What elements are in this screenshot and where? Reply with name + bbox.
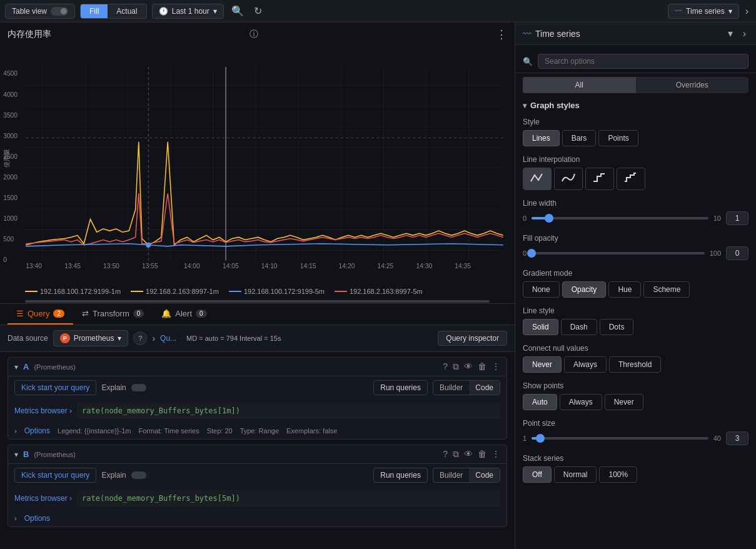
style-bars-button[interactable]: Bars — [562, 130, 597, 146]
expand-icon[interactable]: › — [152, 333, 155, 343]
point-size-track[interactable] — [532, 437, 708, 440]
line-width-value[interactable]: 1 — [726, 211, 748, 225]
query-b-actions: Kick start your query Explain Run querie… — [8, 464, 507, 486]
explain-a-toggle[interactable] — [131, 384, 146, 391]
fill-opacity-thumb[interactable] — [527, 249, 536, 258]
code-a-button[interactable]: Code — [469, 381, 500, 395]
points-never-button[interactable]: Never — [605, 394, 643, 410]
explain-b-toggle[interactable] — [131, 471, 146, 479]
top-bar-right: 〰 Time series ▾ › — [668, 4, 751, 19]
kick-start-b-button[interactable]: Kick start your query — [14, 468, 96, 483]
svg-text:1500: 1500 — [3, 194, 18, 201]
graph-styles-header[interactable]: ▾ Graph styles — [515, 97, 756, 114]
run-queries-b-button[interactable]: Run queries — [373, 468, 428, 483]
query-b-options-expand[interactable]: › — [14, 515, 17, 522]
query-b-options-label[interactable]: Options — [24, 514, 50, 523]
query-a-help-icon[interactable]: ? — [443, 361, 448, 372]
line-width-prop: Line width 0 10 1 — [523, 199, 748, 225]
points-always-button[interactable]: Always — [560, 394, 602, 410]
query-a-options-label[interactable]: Options — [24, 426, 50, 435]
query-a-input[interactable] — [77, 403, 500, 419]
search-options-input[interactable] — [538, 54, 748, 69]
series-panel-selector[interactable]: 〰 Time series ▾ — [668, 4, 739, 19]
metrics-browser-b-arrow: › — [69, 494, 72, 503]
series-panel-expand[interactable]: › — [743, 4, 751, 19]
query-a-delete-icon[interactable]: 🗑 — [478, 361, 486, 372]
query-b-copy-icon[interactable]: ⧉ — [453, 449, 459, 460]
gradient-scheme-button[interactable]: Scheme — [643, 281, 690, 298]
interp-step1-button[interactable] — [585, 168, 614, 190]
builder-b-button[interactable]: Builder — [433, 468, 469, 482]
query-a-copy-icon[interactable]: ⧉ — [453, 361, 459, 372]
query-a-more-icon[interactable]: ⋮ — [491, 361, 500, 372]
fill-opacity-track[interactable] — [532, 252, 705, 254]
query-a-options-expand[interactable]: › — [14, 427, 17, 435]
more-icon[interactable]: ⋮ — [496, 28, 507, 41]
zoom-out-button[interactable]: 🔍 — [229, 4, 246, 19]
metrics-browser-b-link[interactable]: Metrics browser › — [14, 494, 72, 503]
legend-line-1 — [25, 291, 38, 292]
builder-code-a-group: Builder Code — [433, 380, 500, 395]
tab-alert[interactable]: 🔔 Alert 0 — [153, 304, 215, 325]
query-a-exemplars: Exemplars: false — [286, 427, 337, 435]
datasource-select[interactable]: P Prometheus ▾ — [53, 330, 129, 346]
query-inspector-button[interactable]: Query inspector — [438, 331, 507, 346]
chart-scrollbar[interactable] — [25, 300, 490, 303]
query-b-delete-icon[interactable]: 🗑 — [478, 449, 486, 460]
gradient-hue-button[interactable]: Hue — [608, 281, 641, 298]
line-solid-button[interactable]: Solid — [523, 319, 558, 335]
run-queries-a-button[interactable]: Run queries — [373, 380, 428, 395]
query-b-collapse[interactable]: ▾ — [14, 450, 18, 459]
query-b-input[interactable] — [77, 490, 500, 506]
connect-never-button[interactable]: Never — [523, 356, 562, 373]
svg-text:3500: 3500 — [3, 112, 18, 119]
builder-a-button[interactable]: Builder — [433, 381, 469, 395]
table-view-toggle[interactable]: Table view — [5, 4, 75, 19]
connect-threshold-button[interactable]: Threshold — [609, 356, 661, 373]
line-dash-button[interactable]: Dash — [561, 319, 597, 335]
stack-off-button[interactable]: Off — [523, 466, 552, 483]
line-width-track[interactable] — [532, 217, 708, 219]
actual-button[interactable]: Actual — [108, 4, 146, 18]
panel-arrow-button[interactable]: › — [740, 26, 748, 41]
stack-normal-button[interactable]: Normal — [554, 466, 597, 483]
query-b-more-icon[interactable]: ⋮ — [491, 449, 500, 460]
info-icon[interactable]: ⓘ — [249, 29, 258, 40]
line-dots-button[interactable]: Dots — [600, 319, 634, 335]
query-abbr[interactable]: Qu... — [160, 334, 176, 343]
refresh-button[interactable]: ↻ — [251, 4, 265, 19]
line-width-thumb[interactable] — [545, 214, 553, 223]
code-b-button[interactable]: Code — [469, 468, 500, 482]
time-range-button[interactable]: 🕐 Last 1 hour ▾ — [152, 4, 224, 19]
kick-start-a-button[interactable]: Kick start your query — [14, 380, 96, 395]
table-view-pill[interactable] — [51, 7, 68, 16]
interp-linear-button[interactable] — [523, 168, 552, 190]
tab-transform[interactable]: ⇄ Transform 0 — [73, 304, 153, 325]
point-size-value[interactable]: 3 — [726, 431, 748, 445]
metrics-browser-a-link[interactable]: Metrics browser › — [14, 406, 72, 415]
query-a-collapse[interactable]: ▾ — [14, 363, 18, 371]
help-button[interactable]: ? — [133, 331, 147, 345]
tab-query[interactable]: ☰ Query 2 — [8, 304, 73, 325]
interp-smooth-button[interactable] — [554, 168, 583, 190]
tab-all[interactable]: All — [523, 77, 636, 93]
query-b-eye-icon[interactable]: 👁 — [464, 449, 473, 460]
fill-button[interactable]: Fill — [81, 4, 108, 18]
options-tabs: All Overrides — [523, 77, 748, 93]
style-points-button[interactable]: Points — [598, 130, 638, 146]
query-b-help-icon[interactable]: ? — [443, 449, 448, 460]
tab-overrides[interactable]: Overrides — [636, 77, 749, 93]
connect-always-button[interactable]: Always — [564, 356, 607, 373]
style-lines-button[interactable]: Lines — [523, 130, 560, 146]
interp-step2-button[interactable] — [617, 168, 645, 190]
query-a-eye-icon[interactable]: 👁 — [464, 361, 473, 372]
query-b-icons: ? ⧉ 👁 🗑 ⋮ — [443, 449, 500, 460]
gradient-none-button[interactable]: None — [523, 281, 560, 298]
gradient-opacity-button[interactable]: Opacity — [562, 281, 607, 298]
fill-opacity-value[interactable]: 0 — [726, 246, 748, 260]
panel-chevron-button[interactable]: ▾ — [725, 26, 735, 41]
point-size-thumb[interactable] — [536, 434, 545, 443]
points-auto-button[interactable]: Auto — [523, 394, 557, 410]
stack-100-button[interactable]: 100% — [599, 466, 637, 483]
builder-code-b-group: Builder Code — [433, 468, 500, 483]
